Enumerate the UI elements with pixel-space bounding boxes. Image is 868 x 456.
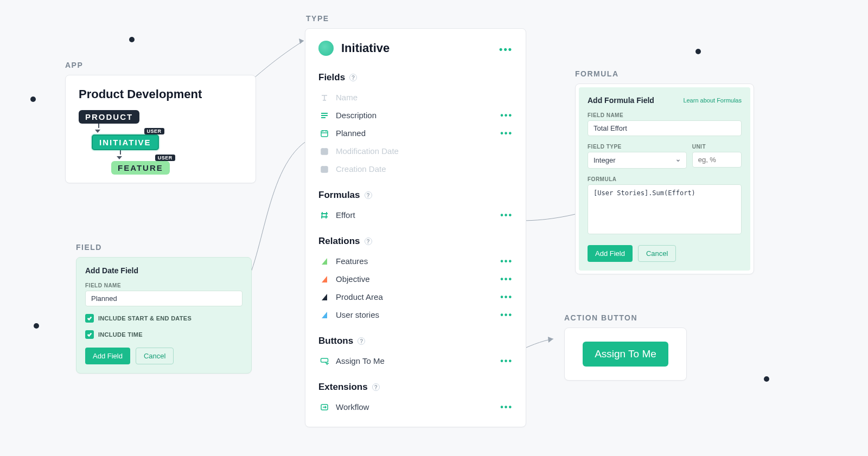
svg-rect-4 bbox=[321, 131, 328, 137]
field-name-input[interactable] bbox=[85, 291, 242, 306]
help-icon[interactable]: ? bbox=[365, 237, 372, 245]
triangle-icon bbox=[318, 258, 330, 265]
panel-title: Add Date Field bbox=[85, 266, 242, 275]
row-more-icon[interactable]: ••• bbox=[500, 274, 513, 284]
relation-row-user-stories[interactable]: User stories ••• bbox=[318, 306, 513, 324]
type-card: Initiative ••• Fields ? Name Description… bbox=[305, 28, 526, 427]
help-icon[interactable]: ? bbox=[365, 191, 372, 199]
description-icon bbox=[318, 111, 330, 120]
workflow-icon bbox=[318, 403, 330, 412]
row-more-icon[interactable]: ••• bbox=[500, 292, 513, 302]
field-type-label: FIELD TYPE bbox=[588, 144, 687, 150]
field-name-label: FIELD NAME bbox=[85, 282, 242, 288]
row-more-icon[interactable]: ••• bbox=[500, 402, 513, 412]
svg-rect-5 bbox=[321, 149, 328, 155]
fields-group-title: Fields ? bbox=[318, 72, 513, 83]
add-field-button[interactable]: Add Field bbox=[85, 348, 130, 364]
formulas-group-title: Formulas ? bbox=[318, 190, 513, 201]
chevron-down-icon bbox=[675, 158, 681, 163]
relations-group-title: Relations ? bbox=[318, 236, 513, 247]
svg-rect-6 bbox=[321, 166, 328, 172]
help-icon[interactable]: ? bbox=[372, 383, 380, 391]
help-icon[interactable]: ? bbox=[349, 74, 357, 81]
extensions-group-title: Extensions ? bbox=[318, 382, 513, 393]
unit-input[interactable] bbox=[692, 152, 742, 168]
row-more-icon[interactable]: ••• bbox=[500, 210, 513, 220]
decorative-dot bbox=[129, 37, 135, 42]
field-row-description[interactable]: Description ••• bbox=[318, 106, 513, 124]
user-tag: USER bbox=[144, 128, 164, 134]
buttons-group-title: Buttons ? bbox=[318, 336, 513, 346]
svg-marker-0 bbox=[299, 38, 304, 44]
decorative-dot bbox=[34, 323, 39, 329]
panel-title: Add Formula Field bbox=[588, 96, 654, 105]
field-row-modification[interactable]: Modification Date bbox=[318, 142, 513, 160]
include-start-end-checkbox[interactable] bbox=[85, 314, 94, 323]
add-field-button[interactable]: Add Field bbox=[588, 245, 633, 262]
relation-row-product-area[interactable]: Product Area ••• bbox=[318, 288, 513, 306]
unit-label: UNIT bbox=[692, 144, 742, 150]
calendar-icon bbox=[318, 165, 330, 174]
formula-row-effort[interactable]: Effort ••• bbox=[318, 206, 513, 224]
type-hierarchy: PRODUCT INITIATIVE USER FEATURE USER bbox=[79, 110, 242, 175]
field-row-creation[interactable]: Creation Date bbox=[318, 160, 513, 178]
decorative-dot bbox=[695, 49, 701, 54]
node-feature[interactable]: FEATURE bbox=[111, 161, 170, 175]
triangle-icon bbox=[318, 312, 330, 318]
field-name-input[interactable] bbox=[588, 120, 742, 136]
type-more-icon[interactable]: ••• bbox=[499, 44, 513, 55]
type-title: Initiative bbox=[341, 41, 390, 55]
type-avatar-icon bbox=[318, 41, 334, 56]
node-initiative[interactable]: INITIATIVE bbox=[92, 134, 159, 150]
relation-row-objective[interactable]: Objective ••• bbox=[318, 270, 513, 288]
add-formula-field-panel: Add Formula Field Learn about Formulas F… bbox=[575, 84, 754, 274]
include-time-checkbox[interactable] bbox=[85, 330, 94, 339]
field-type-select[interactable]: Integer bbox=[588, 152, 687, 169]
formula-input[interactable] bbox=[588, 184, 742, 234]
svg-rect-7 bbox=[321, 358, 328, 362]
user-tag: USER bbox=[155, 155, 175, 161]
app-card: Product Development PRODUCT INITIATIVE U… bbox=[65, 75, 256, 183]
text-icon bbox=[318, 93, 330, 102]
row-more-icon[interactable]: ••• bbox=[500, 256, 513, 266]
row-more-icon[interactable]: ••• bbox=[500, 310, 513, 320]
include-start-end-label: INCLUDE START & END DATES bbox=[98, 315, 192, 322]
include-time-label: INCLUDE TIME bbox=[98, 331, 143, 338]
extension-row-workflow[interactable]: Workflow ••• bbox=[318, 398, 513, 416]
hash-icon bbox=[318, 211, 330, 220]
app-title: Product Development bbox=[79, 87, 242, 101]
decorative-dot bbox=[764, 376, 769, 382]
row-more-icon[interactable]: ••• bbox=[500, 129, 513, 138]
field-row-name[interactable]: Name bbox=[318, 88, 513, 106]
app-section-label: APP bbox=[65, 61, 83, 69]
action-section-label: ACTION BUTTON bbox=[564, 313, 637, 322]
calendar-icon bbox=[318, 147, 330, 156]
field-row-planned[interactable]: Planned ••• bbox=[318, 124, 513, 142]
action-button-card: Assign To Me bbox=[564, 327, 687, 381]
button-row-assign[interactable]: Assign To Me ••• bbox=[318, 352, 513, 370]
formula-label: FORMULA bbox=[588, 176, 742, 182]
relation-row-features[interactable]: Features ••• bbox=[318, 252, 513, 270]
field-section-label: FIELD bbox=[76, 243, 102, 252]
svg-marker-3 bbox=[548, 337, 553, 343]
assign-to-me-button[interactable]: Assign To Me bbox=[583, 342, 668, 367]
button-icon bbox=[318, 357, 330, 365]
cancel-button[interactable]: Cancel bbox=[638, 245, 676, 262]
cancel-button[interactable]: Cancel bbox=[136, 348, 174, 364]
row-more-icon[interactable]: ••• bbox=[500, 111, 513, 120]
node-product[interactable]: PRODUCT bbox=[79, 110, 139, 124]
formula-section-label: FORMULA bbox=[575, 69, 619, 78]
triangle-icon bbox=[318, 276, 330, 282]
field-name-label: FIELD NAME bbox=[588, 112, 742, 118]
decorative-dot bbox=[30, 97, 36, 102]
help-icon[interactable]: ? bbox=[358, 337, 365, 345]
calendar-icon bbox=[318, 129, 330, 138]
triangle-icon bbox=[318, 294, 330, 300]
learn-about-formulas-link[interactable]: Learn about Formulas bbox=[683, 97, 742, 104]
add-date-field-panel: Add Date Field FIELD NAME INCLUDE START … bbox=[76, 257, 252, 374]
row-more-icon[interactable]: ••• bbox=[500, 356, 513, 366]
type-section-label: TYPE bbox=[306, 14, 329, 23]
